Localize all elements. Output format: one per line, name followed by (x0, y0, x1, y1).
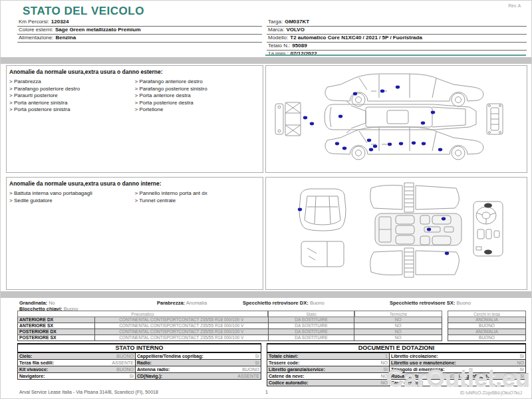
field-value: VOLVO (286, 27, 304, 33)
table-row: Cielo:BUONO Cappelliera/Tendina copribag… (17, 353, 261, 360)
damage-marker (431, 111, 435, 114)
table-cell: Libretto uso e manutenzione:NO (390, 360, 526, 366)
documenti-dotazioni-table: DOCUMENTI E DOTAZIONI Totale chiavi:1 Li… (267, 343, 526, 386)
damage-marker (438, 148, 442, 152)
damage-marker (310, 122, 314, 126)
car-side-view-right (325, 127, 483, 160)
interior-damage-diagram-panel (265, 177, 527, 290)
cell-value: SI (255, 360, 259, 365)
table-cell: Cielo:BUONO (17, 353, 136, 360)
cell-value: NO (517, 360, 525, 365)
cell-label: Ruota scorta: (391, 374, 421, 378)
summary-value: No (49, 300, 55, 306)
table-row: Navigatore:SI CD(Navig.):ASSENTE (17, 373, 261, 380)
cell-label: CD(Navig.): (137, 374, 162, 378)
summary-label: Specchietto retrovisore SX: (390, 300, 455, 306)
exterior-anomalies-list-right: Parafango anteriore destro Parafango pos… (135, 78, 261, 114)
field-label: Targa: (268, 19, 283, 25)
interior-anomalies-list-right: Pannello interno porta ant dx Tunnel cen… (135, 190, 261, 204)
cell-value: ASSENTE (112, 360, 134, 365)
cell-label: Totale chiavi: (269, 354, 298, 358)
cell-value: SI (129, 374, 134, 378)
anomaly-item: Sedile guidatore (9, 198, 135, 205)
table-row: Tessere code:NO Libretto uso e manutenzi… (267, 360, 526, 366)
cell-label: Cappelliera/Tendina copribag: (137, 354, 203, 358)
field-value: Sage Green metallizzato Premium (55, 27, 141, 33)
field-colore: Colore esterni:Sage Green metallizzato P… (17, 27, 262, 35)
table-cell: CD(Navig.):ASSENTE (136, 373, 261, 380)
table-cell: Cavo elettrico: (390, 380, 526, 386)
field-alimentazione: Alimentazione:Benzina (17, 35, 262, 43)
field-value: 120324 (51, 19, 69, 25)
anomaly-item: Parafango anteriore destro (135, 78, 261, 86)
cell-value: SI (383, 367, 388, 372)
tyre-row: POSTERIORE SX CONTINENTAL CONTISPORTCONT… (17, 335, 442, 341)
section-separator (1, 57, 531, 64)
anomaly-item: Parabrezza (9, 78, 135, 86)
damage-marker (442, 217, 446, 221)
tyre-rim: BUONO (448, 323, 526, 329)
cabin-top-view (370, 183, 462, 277)
field-label: Modello: (268, 35, 288, 41)
damage-marker (367, 139, 371, 142)
field-label: Colore esterni: (19, 27, 53, 33)
tyre-thermal: NO (354, 335, 442, 340)
table-cell: Navigatore:SI (17, 373, 136, 380)
table-cell: Codice autoradio:NO (267, 380, 390, 386)
damage-marker (338, 115, 342, 118)
tyre-state: DA SOSTITUIRE (268, 323, 354, 329)
damage-marker (335, 142, 339, 146)
table-cell: Totale chiavi:1 (267, 353, 390, 360)
cell-label: Kit gonfiaggio: (459, 374, 491, 378)
damage-marker (298, 208, 302, 211)
damage-marker (353, 92, 357, 96)
dashboard-view (473, 201, 503, 256)
cell-value: NO (381, 374, 388, 378)
cell-label: Antenna radio: (137, 367, 170, 372)
tyre-rim: ANOMALIA (448, 329, 526, 335)
cell-value: BUONO (242, 367, 259, 372)
tyre-position: POSTERIORE SX (18, 335, 94, 340)
tyre-header-cerchi: Cerchi in lega (448, 311, 526, 317)
cell-label: Codice autoradio: (269, 380, 309, 385)
field-label: Marca: (268, 27, 284, 33)
anomaly-item: Porta posteriore sinistra (9, 106, 135, 114)
table-cell: Triangolo di emergenza:SI (390, 366, 526, 373)
field-value: GM037KT (285, 19, 309, 25)
table-cell: Antenna radio:BUONO (136, 366, 261, 373)
tyre-position: ANTERIORE DX (18, 317, 94, 323)
table-row: Libretto garanzia/service:SI Triangolo d… (267, 366, 526, 373)
tyre-thermal: NO (354, 323, 442, 329)
tyre-state: DA SOSTITUIRE (268, 317, 354, 323)
damage-marker (380, 90, 384, 93)
tyre-header-pneumatico: Pneumatico (17, 311, 268, 317)
cell-value: BUONO (116, 354, 134, 358)
anomaly-item: Porta posteriore destra (135, 100, 261, 107)
interior-anomalies-list-left: Battuta interna vano portabagagli Sedile… (9, 190, 135, 204)
tyre-rim: ANOMALIA (448, 317, 526, 323)
tyre-rim: BUONO (448, 335, 526, 341)
field-value: 95089 (292, 43, 307, 49)
tyre-header-termiche: Termiche (354, 311, 442, 317)
cell-value: ASSENTE (237, 374, 259, 378)
cell-value: NO (381, 360, 388, 365)
damage-marker (399, 142, 403, 146)
table-cell: Tessere code:NO (267, 360, 390, 366)
anomaly-item: Porta anteriore sinistra (9, 100, 135, 107)
tyre-thermal: NO (354, 329, 442, 334)
table-cell: Cappelliera/Tendina copribag:SI (136, 353, 261, 360)
car-side-view-left (325, 74, 483, 106)
tyre-state: DA SOSTITUIRE (268, 329, 354, 334)
table-row: Terza fila sedili:ASSENTE Radio:SI (17, 360, 261, 366)
tyre-row: POSTERIORE DX CONTINENTAL CONTISPORTCONT… (17, 329, 442, 335)
cell-label: Cavo elettrico: (391, 380, 424, 385)
table-row: Catene da neve:NO Ruota scorta:NO Kit go… (267, 373, 526, 380)
vehicle-report-page: STATO DEL VEICOLO Rev. A Km Percorsi:120… (0, 0, 532, 399)
cell-value: SI (519, 374, 524, 378)
interior-anomalies-title: Anomalie da normale usura,extra usura o … (7, 178, 263, 189)
damage-marker (396, 86, 400, 89)
damage-marker (421, 122, 425, 125)
summary-value: Buono (310, 300, 325, 306)
tyre-thermal: NO (354, 317, 442, 323)
damage-marker (445, 252, 449, 255)
